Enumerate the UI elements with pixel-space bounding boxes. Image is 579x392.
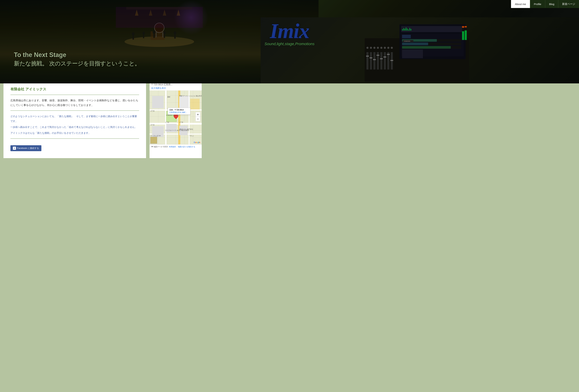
map-terms-link[interactable]: 利用規約 (169, 146, 176, 148)
svg-rect-27 (380, 52, 382, 69)
stage-silhouettes (29, 7, 290, 50)
info-card: 有限会社 アイミックス 広島県福山市にあります。音響、録音、放送制作、舞台、照明… (3, 82, 146, 158)
svg-point-2 (132, 32, 135, 36)
map-thumbnail (150, 137, 157, 144)
svg-point-10 (174, 31, 176, 35)
map-footer-bar: 🗺 地図データ ©2023 利用規約 地図の誤りを報告する (149, 144, 202, 149)
svg-point-44 (384, 47, 386, 49)
svg-point-8 (163, 31, 166, 34)
hero-subtitle: Sound,light,stage,Promotions (265, 42, 314, 46)
svg-rect-58 (402, 35, 411, 38)
svg-rect-24 (370, 52, 372, 69)
svg-point-42 (377, 47, 379, 49)
divider-3 (10, 138, 139, 139)
fb-button-label: Facebook に接続する (17, 147, 39, 150)
map-label-kasumi: 霞町 (167, 96, 170, 98)
svg-rect-62 (402, 43, 428, 45)
svg-point-39 (366, 47, 369, 49)
map-google-logo: Google (194, 141, 200, 143)
map-report-link[interactable]: 地図の誤りを報告する (178, 146, 195, 148)
svg-rect-36 (384, 57, 386, 58)
brand-name: Imix (270, 19, 309, 43)
facebook-connect-button[interactable]: f Facebook に接続する (10, 145, 41, 151)
svg-rect-34 (377, 55, 379, 56)
svg-rect-51 (405, 29, 405, 31)
svg-point-41 (373, 47, 375, 49)
map-label-kakurenbo: かくれんぼ 🍽 (150, 135, 160, 137)
svg-rect-53 (407, 28, 408, 31)
svg-rect-52 (406, 27, 407, 31)
svg-rect-35 (380, 58, 383, 59)
svg-rect-69 (462, 31, 464, 40)
hero-tagline1: To the Next Stage (14, 51, 66, 59)
svg-rect-7 (153, 34, 155, 38)
svg-rect-33 (373, 59, 376, 60)
map-block-6 (190, 99, 200, 110)
divider-1 (10, 95, 139, 95)
svg-rect-3 (133, 35, 134, 40)
svg-point-6 (153, 30, 155, 34)
svg-rect-28 (384, 52, 386, 69)
hero-section: YAMAHA Imix Sound,light,stage,Promotions… (0, 0, 579, 83)
nav-blog[interactable]: Blog (545, 0, 558, 8)
svg-rect-50 (403, 28, 404, 31)
svg-rect-72 (465, 30, 467, 40)
svg-rect-54 (408, 30, 409, 31)
card-title: 有限会社 アイミックス (10, 87, 139, 92)
map-data-credit: 🗺 地図データ ©2023 利用規約 地図の誤りを報告する (151, 146, 196, 148)
svg-point-4 (143, 31, 145, 35)
svg-rect-23 (366, 52, 369, 69)
map-tooltip: 日本、〒720-0814 広島県福山市光 南町... (168, 108, 190, 115)
zoom-out-button[interactable]: − (196, 117, 200, 121)
map-label-kokon: KOKON.ココン 🛒 (166, 114, 179, 116)
map-expand-link[interactable]: 拡大地図を表示 (151, 87, 200, 90)
map-visual[interactable]: 日本、〒720-0814 広島県福山市光 南町... + − Google 霞町… (149, 90, 202, 144)
svg-rect-5 (143, 34, 144, 38)
map-label-2chome: 2丁目 (150, 110, 154, 112)
nav-profile[interactable]: Profile (530, 0, 545, 8)
map-label-3chome: 3丁目 (150, 124, 154, 126)
card-quote: どのようなシチュエーションにおいても、「新たな挑戦」 そして、まず最初に一歩前に… (10, 114, 139, 135)
quote-line-1: どのようなシチュエーションにおいても、「新たな挑戦」 そして、まず最初に一歩前に… (10, 114, 139, 124)
svg-rect-49 (402, 29, 403, 31)
svg-point-43 (380, 47, 382, 49)
map-zoom-controls: + − (195, 112, 200, 122)
svg-point-45 (387, 47, 389, 49)
svg-rect-56 (411, 29, 411, 31)
nav-about-me[interactable]: About me (511, 0, 530, 8)
tooltip-line2: 広島県福山市光 南町... (169, 111, 189, 114)
map-block-1 (152, 96, 164, 108)
map-label-tsutafu: つたふ (189, 135, 194, 137)
svg-rect-32 (370, 57, 372, 58)
svg-rect-15 (162, 32, 163, 37)
map-label-ramen: 博多ラーメン とんとん 福山本店 (179, 95, 202, 97)
svg-point-40 (370, 47, 372, 49)
svg-rect-70 (462, 26, 464, 28)
hero-tagline2: 新たな挑戦。 次のステージを目指すということ。 (14, 60, 140, 67)
svg-text:YAMAHA: YAMAHA (404, 40, 410, 42)
map-address-short: 〒720-0814 広島県... (151, 83, 172, 86)
map-label-1chome-r: 1丁目 (179, 121, 183, 124)
facebook-icon: f (13, 147, 16, 150)
main-nav: About me Profile Blog 新規ページ (511, 0, 579, 8)
svg-rect-9 (164, 34, 165, 38)
svg-rect-65 (402, 50, 423, 58)
map-card: 〒720-0814 広島県... 拡大地図を表示 日本、〒720-081 (149, 82, 202, 158)
svg-rect-38 (390, 60, 393, 61)
svg-rect-11 (174, 34, 176, 39)
svg-point-46 (391, 47, 393, 49)
svg-rect-73 (465, 26, 467, 27)
quote-line-2: 一歩前へ踏み出すことで、これまで気付かなかった「改めて考えなければならないこと」… (10, 125, 139, 130)
map-label-shirobara: (株)白ばら 御門本社 (179, 128, 193, 131)
quote-line-3: アイミックスはそんな「新たな挑戦」のお手伝いをさせていただきます。 (10, 131, 139, 135)
svg-rect-31 (366, 56, 369, 57)
content-area: 有限会社 アイミックス 広島県福山市にあります。音響、録音、放送制作、舞台、照明… (0, 83, 579, 165)
map-block-4 (179, 96, 189, 108)
svg-rect-21 (116, 7, 203, 28)
tooltip-line1: 日本、〒720-0814 (169, 109, 189, 111)
card-body-text: 広島県福山市にあります。音響、録音、放送制作、舞台、照明・イベント企画制作などを… (10, 98, 139, 107)
svg-rect-64 (402, 46, 451, 49)
zoom-in-button[interactable]: + (196, 112, 200, 117)
svg-rect-37 (387, 54, 390, 55)
nav-new-page[interactable]: 新規ページ (558, 0, 579, 8)
